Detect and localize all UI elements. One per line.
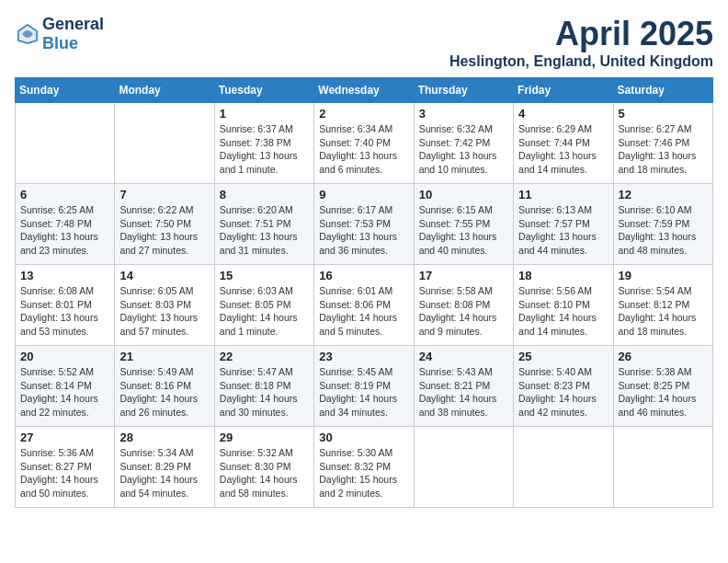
day-info: Sunrise: 5:56 AMSunset: 8:10 PMDaylight:… [518, 284, 608, 339]
day-number: 30 [319, 431, 408, 444]
day-info: Sunrise: 5:52 AMSunset: 8:14 PMDaylight:… [20, 365, 109, 419]
day-number: 14 [119, 269, 209, 282]
day-info: Sunrise: 5:38 AMSunset: 8:25 PMDaylight:… [619, 365, 708, 419]
calendar-cell: 13Sunrise: 6:08 AMSunset: 8:01 PMDayligh… [16, 265, 115, 346]
calendar-cell [514, 427, 613, 508]
day-info: Sunrise: 5:30 AMSunset: 8:32 PMDaylight:… [319, 446, 408, 500]
day-info: Sunrise: 6:17 AMSunset: 7:53 PMDaylight:… [319, 203, 408, 258]
day-number: 20 [20, 350, 109, 363]
day-info: Sunrise: 5:43 AMSunset: 8:21 PMDaylight:… [419, 365, 508, 419]
day-number: 4 [518, 107, 608, 121]
day-info: Sunrise: 6:03 AMSunset: 8:05 PMDaylight:… [220, 284, 309, 339]
day-info: Sunrise: 6:10 AMSunset: 7:59 PMDaylight:… [619, 203, 708, 258]
day-info: Sunrise: 5:47 AMSunset: 8:18 PMDaylight:… [220, 365, 309, 419]
day-number: 22 [220, 350, 309, 363]
day-info: Sunrise: 5:32 AMSunset: 8:30 PMDaylight:… [220, 446, 309, 500]
calendar-cell: 25Sunrise: 5:40 AMSunset: 8:23 PMDayligh… [514, 346, 613, 427]
header-day-tuesday: Tuesday [214, 78, 313, 103]
day-info: Sunrise: 6:34 AMSunset: 7:40 PMDaylight:… [319, 122, 408, 177]
calendar-cell [115, 103, 214, 184]
calendar-cell: 30Sunrise: 5:30 AMSunset: 8:32 PMDayligh… [314, 427, 414, 508]
day-number: 11 [518, 188, 608, 201]
day-info: Sunrise: 6:25 AMSunset: 7:48 PMDaylight:… [20, 203, 109, 258]
logo-text: General Blue [42, 15, 104, 53]
day-number: 24 [419, 350, 508, 363]
day-info: Sunrise: 5:54 AMSunset: 8:12 PMDaylight:… [619, 284, 708, 339]
calendar-table: SundayMondayTuesdayWednesdayThursdayFrid… [15, 77, 713, 508]
calendar-cell: 26Sunrise: 5:38 AMSunset: 8:25 PMDayligh… [613, 346, 712, 427]
logo: General Blue [15, 15, 104, 53]
day-info: Sunrise: 6:13 AMSunset: 7:57 PMDaylight:… [518, 203, 608, 258]
calendar-cell: 10Sunrise: 6:15 AMSunset: 7:55 PMDayligh… [414, 184, 513, 265]
day-number: 23 [319, 350, 408, 363]
calendar-cell: 19Sunrise: 5:54 AMSunset: 8:12 PMDayligh… [613, 265, 712, 346]
logo-blue: Blue [42, 34, 78, 52]
title-block: April 2025 Heslington, England, United K… [449, 15, 713, 70]
day-number: 2 [319, 107, 408, 121]
calendar-cell: 2Sunrise: 6:34 AMSunset: 7:40 PMDaylight… [314, 103, 414, 184]
week-row-3: 13Sunrise: 6:08 AMSunset: 8:01 PMDayligh… [16, 265, 713, 346]
calendar-cell: 7Sunrise: 6:22 AMSunset: 7:50 PMDaylight… [115, 184, 214, 265]
day-number: 25 [518, 350, 608, 363]
calendar-cell: 8Sunrise: 6:20 AMSunset: 7:51 PMDaylight… [214, 184, 313, 265]
day-info: Sunrise: 6:08 AMSunset: 8:01 PMDaylight:… [20, 284, 109, 339]
day-number: 29 [220, 431, 309, 444]
week-row-4: 20Sunrise: 5:52 AMSunset: 8:14 PMDayligh… [16, 346, 713, 427]
day-number: 28 [119, 431, 209, 444]
month-title: April 2025 [449, 15, 713, 53]
day-number: 7 [119, 188, 209, 201]
day-info: Sunrise: 6:20 AMSunset: 7:51 PMDaylight:… [220, 203, 309, 258]
header-row: SundayMondayTuesdayWednesdayThursdayFrid… [16, 78, 713, 103]
header: General Blue April 2025 Heslington, Engl… [15, 15, 713, 70]
day-number: 3 [419, 107, 508, 121]
day-info: Sunrise: 5:40 AMSunset: 8:23 PMDaylight:… [518, 365, 608, 419]
day-info: Sunrise: 6:37 AMSunset: 7:38 PMDaylight:… [220, 122, 309, 177]
calendar-cell: 11Sunrise: 6:13 AMSunset: 7:57 PMDayligh… [514, 184, 613, 265]
calendar-cell [414, 427, 513, 508]
day-info: Sunrise: 5:34 AMSunset: 8:29 PMDaylight:… [119, 446, 209, 500]
day-number: 17 [419, 269, 508, 282]
day-number: 26 [619, 350, 708, 363]
day-info: Sunrise: 5:58 AMSunset: 8:08 PMDaylight:… [419, 284, 508, 339]
calendar-cell: 16Sunrise: 6:01 AMSunset: 8:06 PMDayligh… [314, 265, 414, 346]
calendar-cell: 28Sunrise: 5:34 AMSunset: 8:29 PMDayligh… [115, 427, 214, 508]
day-info: Sunrise: 6:01 AMSunset: 8:06 PMDaylight:… [319, 284, 408, 339]
calendar-cell [16, 103, 115, 184]
header-day-friday: Friday [514, 78, 613, 103]
calendar-cell: 6Sunrise: 6:25 AMSunset: 7:48 PMDaylight… [16, 184, 115, 265]
calendar-cell: 22Sunrise: 5:47 AMSunset: 8:18 PMDayligh… [214, 346, 313, 427]
day-number: 27 [20, 431, 109, 444]
logo-general: General [42, 15, 104, 33]
calendar-cell: 9Sunrise: 6:17 AMSunset: 7:53 PMDaylight… [314, 184, 414, 265]
day-info: Sunrise: 6:29 AMSunset: 7:44 PMDaylight:… [518, 122, 608, 177]
calendar-cell: 29Sunrise: 5:32 AMSunset: 8:30 PMDayligh… [214, 427, 313, 508]
calendar-cell: 21Sunrise: 5:49 AMSunset: 8:16 PMDayligh… [115, 346, 214, 427]
calendar-cell: 18Sunrise: 5:56 AMSunset: 8:10 PMDayligh… [514, 265, 613, 346]
calendar-cell: 15Sunrise: 6:03 AMSunset: 8:05 PMDayligh… [214, 265, 313, 346]
day-number: 19 [619, 269, 708, 282]
calendar-cell: 12Sunrise: 6:10 AMSunset: 7:59 PMDayligh… [613, 184, 712, 265]
calendar-cell: 20Sunrise: 5:52 AMSunset: 8:14 PMDayligh… [16, 346, 115, 427]
calendar-cell: 1Sunrise: 6:37 AMSunset: 7:38 PMDaylight… [214, 103, 313, 184]
day-info: Sunrise: 6:32 AMSunset: 7:42 PMDaylight:… [419, 122, 508, 177]
calendar-cell [613, 427, 712, 508]
day-number: 16 [319, 269, 408, 282]
calendar-cell: 5Sunrise: 6:27 AMSunset: 7:46 PMDaylight… [613, 103, 712, 184]
day-number: 5 [619, 107, 708, 121]
day-number: 1 [220, 107, 309, 121]
calendar-cell: 4Sunrise: 6:29 AMSunset: 7:44 PMDaylight… [514, 103, 613, 184]
day-info: Sunrise: 5:45 AMSunset: 8:19 PMDaylight:… [319, 365, 408, 419]
header-day-saturday: Saturday [613, 78, 712, 103]
week-row-2: 6Sunrise: 6:25 AMSunset: 7:48 PMDaylight… [16, 184, 713, 265]
day-number: 9 [319, 188, 408, 201]
week-row-1: 1Sunrise: 6:37 AMSunset: 7:38 PMDaylight… [16, 103, 713, 184]
header-day-monday: Monday [115, 78, 214, 103]
day-number: 12 [619, 188, 708, 201]
day-info: Sunrise: 5:49 AMSunset: 8:16 PMDaylight:… [119, 365, 209, 419]
day-number: 13 [20, 269, 109, 282]
day-number: 8 [220, 188, 309, 201]
location-title: Heslington, England, United Kingdom [449, 53, 713, 70]
day-number: 15 [220, 269, 309, 282]
header-day-wednesday: Wednesday [314, 78, 414, 103]
day-number: 21 [119, 350, 209, 363]
